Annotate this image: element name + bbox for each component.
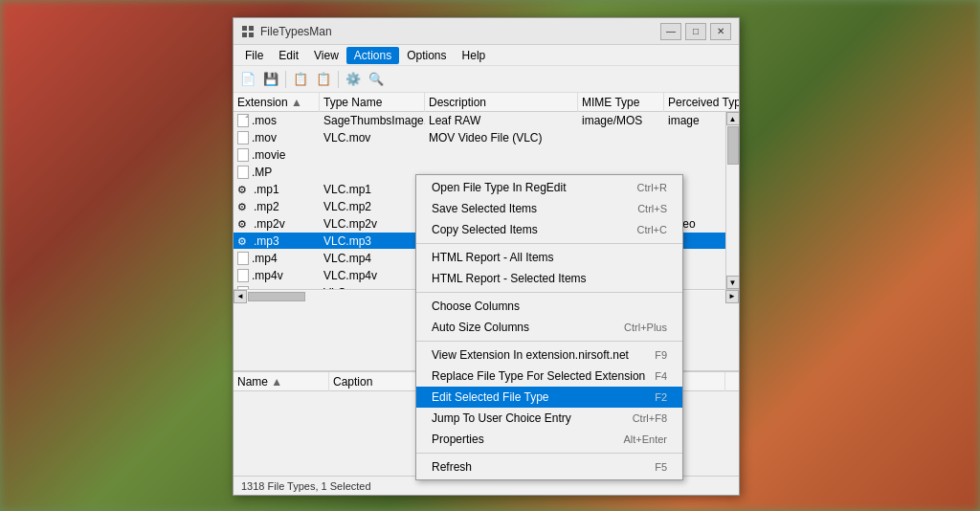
ctx-separator-2 (416, 292, 682, 293)
ctx-properties[interactable]: Properties Alt+Enter (416, 429, 682, 450)
cell-extension: ⚙ .mp2 (234, 198, 320, 215)
ctx-choose-columns[interactable]: Choose Columns (416, 296, 682, 317)
menu-file[interactable]: File (237, 47, 271, 64)
col-header-perceived[interactable]: Perceived Type (664, 93, 739, 112)
cell-perceived: image (664, 112, 725, 129)
svg-rect-1 (249, 26, 254, 31)
cell-typename: VLC.mpa (320, 284, 425, 290)
minimize-button[interactable]: — (660, 23, 681, 40)
maximize-button[interactable]: □ (685, 23, 706, 40)
status-text: 1318 File Types, 1 Selected (241, 480, 371, 492)
cell-extension: .mov (234, 129, 320, 146)
ctx-separator-1 (416, 243, 682, 244)
table-row[interactable]: .mos SageThumbsImage.... Leaf RAW image/… (234, 112, 725, 129)
gear-icon: ⚙ (237, 181, 251, 198)
cell-extension: ⚙ .mp3 (234, 233, 320, 250)
cell-typename: VLC.mp4v (320, 267, 425, 284)
menu-help[interactable]: Help (455, 47, 494, 64)
cell-extension: .mos (234, 112, 320, 129)
toolbar-separator-2 (338, 71, 339, 88)
cell-perceived (664, 146, 725, 164)
ctx-jump-user-choice[interactable]: Jump To User Choice Entry Ctrl+F8 (416, 408, 682, 429)
col-header-typename[interactable]: Type Name (320, 93, 425, 112)
window-title: FileTypesMan (260, 25, 660, 38)
close-button[interactable]: ✕ (710, 23, 731, 40)
gear-icon: ⚙ (237, 233, 251, 250)
cell-mime: image/MOS (578, 112, 664, 129)
cell-mime (578, 129, 664, 146)
cell-extension: ⚙ .mp2v (234, 215, 320, 233)
cell-desc: MOV Video File (VLC) (425, 129, 578, 146)
cell-extension: .mp4 (234, 250, 320, 267)
ctx-replace-filetype[interactable]: Replace File Type For Selected Extension… (416, 366, 682, 387)
title-bar: FileTypesMan — □ ✕ (234, 18, 739, 45)
ctx-separator-4 (416, 453, 682, 454)
cell-extension: .mp4v (234, 267, 320, 284)
menu-options[interactable]: Options (399, 47, 454, 64)
cell-typename: VLC.mp3 (320, 233, 425, 250)
ctx-copy-selected[interactable]: Copy Selected Items Ctrl+C (416, 219, 682, 240)
cell-typename: VLC.mp1 (320, 181, 425, 198)
toolbar-paste-button[interactable]: 📋 (313, 69, 334, 90)
cell-desc (425, 146, 578, 164)
file-icon (237, 114, 249, 127)
ctx-auto-size[interactable]: Auto Size Columns Ctrl+Plus (416, 317, 682, 338)
cell-perceived (664, 129, 725, 146)
scroll-up-button[interactable]: ▲ (726, 112, 740, 125)
ctx-html-all[interactable]: HTML Report - All Items (416, 247, 682, 268)
ctx-separator-3 (416, 341, 682, 342)
bottom-col-name[interactable]: Name ▲ (234, 372, 329, 391)
table-header: Extension ▲ Type Name Description MIME T… (234, 93, 739, 112)
ctx-html-selected[interactable]: HTML Report - Selected Items (416, 268, 682, 289)
toolbar: 📄 💾 📋 📋 ⚙️ 🔍 (234, 66, 739, 93)
scroll-thumb[interactable] (727, 126, 739, 165)
table-row[interactable]: .movie (234, 146, 725, 164)
cell-extension: .movie (234, 146, 320, 164)
scroll-left-button[interactable]: ◄ (234, 290, 247, 303)
cell-typename: SageThumbsImage.... (320, 112, 425, 129)
toolbar-save-button[interactable]: 💾 (260, 69, 281, 90)
ctx-view-extension[interactable]: View Extension In extension.nirsoft.net … (416, 344, 682, 366)
scroll-track[interactable] (726, 125, 740, 276)
scroll-right-button[interactable]: ► (725, 290, 739, 303)
cell-mime (578, 146, 664, 164)
ctx-edit-selected[interactable]: Edit Selected File Type F2 (416, 387, 682, 408)
ctx-save-selected[interactable]: Save Selected Items Ctrl+S (416, 198, 682, 219)
h-scroll-thumb[interactable] (248, 292, 305, 301)
vertical-scrollbar[interactable]: ▲ ▼ (725, 112, 739, 289)
cell-typename: VLC.mp4 (320, 250, 425, 267)
cell-typename: VLC.mp2 (320, 198, 425, 215)
context-menu: Open File Type In RegEdit Ctrl+R Save Se… (415, 174, 683, 480)
menu-bar: File Edit View Actions Options Help (234, 45, 739, 66)
cell-extension: .mpa (234, 284, 320, 290)
col-header-description[interactable]: Description (425, 93, 578, 112)
content-area: Extension ▲ Type Name Description MIME T… (234, 93, 739, 495)
ctx-refresh[interactable]: Refresh F5 (416, 456, 682, 478)
cell-typename (320, 146, 425, 164)
toolbar-copy-button[interactable]: 📋 (290, 69, 311, 90)
title-bar-buttons: — □ ✕ (660, 23, 731, 40)
gear-icon: ⚙ (237, 215, 251, 233)
menu-view[interactable]: View (306, 47, 346, 64)
menu-actions[interactable]: Actions (346, 47, 399, 64)
cell-typename (320, 164, 425, 181)
toolbar-search-button[interactable]: 🔍 (366, 69, 387, 90)
ctx-open-regedit[interactable]: Open File Type In RegEdit Ctrl+R (416, 177, 682, 198)
table-row[interactable]: .mov VLC.mov MOV Video File (VLC) (234, 129, 725, 146)
toolbar-new-button[interactable]: 📄 (237, 69, 258, 90)
svg-rect-3 (249, 33, 254, 37)
cell-typename: VLC.mp2v (320, 215, 425, 233)
menu-edit[interactable]: Edit (271, 47, 306, 64)
cell-typename: VLC.mov (320, 129, 425, 146)
col-header-mime[interactable]: MIME Type (578, 93, 664, 112)
svg-rect-2 (242, 33, 247, 37)
cell-extension: ⚙ .mp1 (234, 181, 320, 198)
cell-desc: Leaf RAW (425, 112, 578, 129)
col-header-extension[interactable]: Extension ▲ (234, 93, 320, 112)
scroll-down-button[interactable]: ▼ (726, 276, 740, 289)
gear-icon: ⚙ (237, 198, 251, 215)
toolbar-settings-button[interactable]: ⚙️ (343, 69, 364, 90)
svg-rect-0 (242, 26, 247, 31)
main-window: FileTypesMan — □ ✕ File Edit View Action… (233, 17, 740, 496)
app-icon (241, 25, 255, 38)
